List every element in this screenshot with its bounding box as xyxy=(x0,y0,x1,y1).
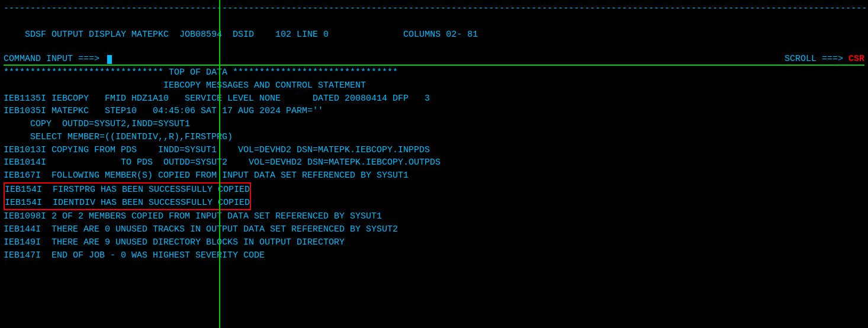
terminal-window: ----------------------------------------… xyxy=(0,0,868,328)
top-border-line: ----------------------------------------… xyxy=(4,2,864,15)
scroll-label: SCROLL ===> xyxy=(785,54,848,64)
data-line-ieb154i-identdiv: IEB154I IDENTDIV HAS BEEN SUCCESSFULLY C… xyxy=(5,197,250,210)
data-line-ieb144i: IEB144I THERE ARE 0 UNUSED TRACKS IN OUT… xyxy=(4,223,864,236)
data-line-ieb167i: IEB167I FOLLOWING MEMBER(S) COPIED FROM … xyxy=(4,169,864,182)
data-line-top-of-data: ****************************** TOP OF DA… xyxy=(4,66,864,79)
data-line-ieb149i: IEB149I THERE ARE 9 UNUSED DIRECTORY BLO… xyxy=(4,236,864,249)
header-title: SDSF OUTPUT DISPLAY MATEPKC JOB08594 DSI… xyxy=(25,30,478,40)
data-line-ieb1098i: IEB1098I 2 OF 2 MEMBERS COPIED FROM INPU… xyxy=(4,210,864,223)
command-input-line[interactable]: COMMAND INPUT ===> SCROLL ===> CSR xyxy=(4,54,864,64)
command-cursor xyxy=(102,54,112,64)
scroll-csr: CSR xyxy=(848,54,864,64)
data-line-select: SELECT MEMBER=((IDENTDIV,,R),FIRSTPRG) xyxy=(4,131,864,144)
vertical-separator xyxy=(219,0,220,328)
data-line-ieb1013i: IEB1013I COPYING FROM PDS INDD=SYSUT1 VO… xyxy=(4,144,864,157)
command-label: COMMAND INPUT ===> xyxy=(4,54,99,64)
data-line-copy: COPY OUTDD=SYSUT2,INDD=SYSUT1 xyxy=(4,118,864,131)
data-line-ieb1014i: IEB1014I TO PDS OUTDD=SYSUT2 VOL=DEVHD2 … xyxy=(4,156,864,169)
data-line-ieb1035i: IEB1035I MATEPKC STEP10 04:45:06 SAT 17 … xyxy=(4,105,864,118)
header-line1: SDSF OUTPUT DISPLAY MATEPKC JOB08594 DSI… xyxy=(4,15,864,54)
data-line-ieb1135i: IEB1135I IEBCOPY FMID HDZ1A10 SERVICE LE… xyxy=(4,92,864,105)
data-line-ieb154i-firstprg: IEB154I FIRSTPRG HAS BEEN SUCCESSFULLY C… xyxy=(5,184,250,197)
red-highlight-box: IEB154I FIRSTPRG HAS BEEN SUCCESSFULLY C… xyxy=(4,182,251,211)
data-line-ieb147i: IEB147I END OF JOB - 0 WAS HIGHEST SEVER… xyxy=(4,249,864,262)
data-line-iebcopy-messages: IEBCOPY MESSAGES AND CONTROL STATEMENT xyxy=(4,79,864,92)
green-separator xyxy=(4,65,864,66)
